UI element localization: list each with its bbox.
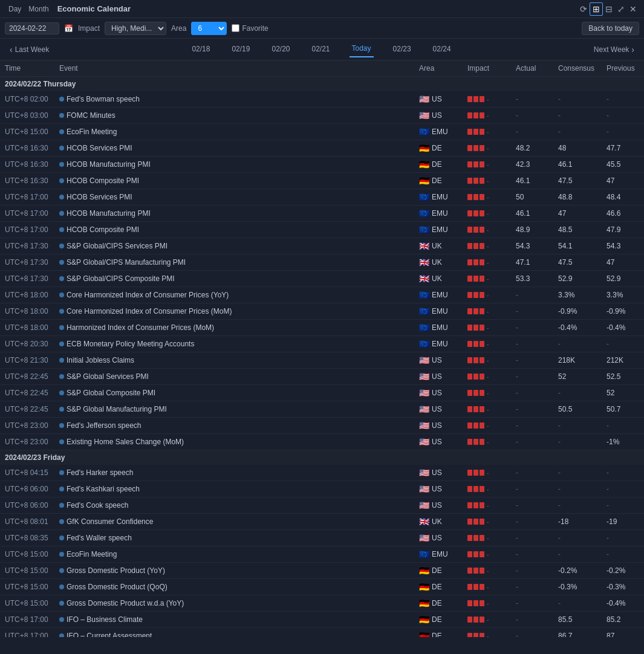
filter-bar: 📅 Impact High, Medi... Area 6 Favorite B… bbox=[0, 18, 644, 39]
td-time: UTC+8 06:00 bbox=[0, 481, 54, 497]
td-consensus: - bbox=[553, 418, 602, 434]
nav-date-today[interactable]: Today bbox=[350, 42, 374, 57]
td-actual: - bbox=[511, 108, 553, 124]
td-time: UTC+8 23:00 bbox=[0, 418, 54, 434]
td-impact: - bbox=[463, 546, 511, 563]
td-actual: - bbox=[511, 579, 553, 595]
td-actual: 46.1 bbox=[511, 206, 553, 222]
nav-date-0220[interactable]: 02/20 bbox=[269, 42, 292, 57]
nav-date-0221[interactable]: 02/21 bbox=[309, 42, 332, 57]
td-event: FOMC Minutes bbox=[54, 108, 414, 124]
layout1-icon[interactable]: ⊞ bbox=[590, 2, 603, 16]
td-previous: 48.4 bbox=[602, 189, 644, 206]
td-time: UTC+8 17:30 bbox=[0, 254, 54, 271]
td-event: S&P Global/CIPS Services PMI bbox=[54, 238, 414, 254]
td-area: 🇺🇸 US bbox=[414, 91, 463, 108]
close-icon[interactable]: ✕ bbox=[627, 3, 639, 15]
td-actual: - bbox=[511, 497, 553, 514]
nav-date-0223[interactable]: 02/23 bbox=[391, 42, 414, 57]
td-actual: - bbox=[511, 91, 553, 108]
td-consensus: 47 bbox=[553, 206, 602, 222]
td-area: 🇩🇪 DE bbox=[414, 579, 463, 595]
td-event: Gross Domestic Product (YoY) bbox=[54, 563, 414, 579]
prev-week-arrow[interactable]: ‹ bbox=[7, 45, 15, 54]
nav-date-0218[interactable]: 02/18 bbox=[189, 42, 212, 57]
td-impact: - bbox=[463, 434, 511, 450]
layout2-icon[interactable]: ⊟ bbox=[603, 3, 615, 15]
td-previous: - bbox=[602, 481, 644, 497]
td-event: S&P Global Composite PMI bbox=[54, 385, 414, 401]
calendar-icon[interactable]: 📅 bbox=[64, 24, 73, 33]
td-time: UTC+8 17:00 bbox=[0, 222, 54, 238]
td-time: UTC+8 08:35 bbox=[0, 530, 54, 546]
td-impact: - bbox=[463, 563, 511, 579]
th-area: Area bbox=[414, 60, 463, 77]
date-input[interactable] bbox=[5, 22, 59, 34]
back-today-button[interactable]: Back to today bbox=[582, 22, 639, 35]
td-area: 🇬🇧 UK bbox=[414, 254, 463, 271]
td-impact: - bbox=[463, 189, 511, 206]
td-time: UTC+8 15:00 bbox=[0, 563, 54, 579]
td-actual: 48.9 bbox=[511, 222, 553, 238]
day-tab[interactable]: Day bbox=[5, 4, 25, 15]
td-time: UTC+8 18:00 bbox=[0, 320, 54, 336]
impact-select[interactable]: High, Medi... bbox=[105, 22, 166, 35]
td-consensus: 50.5 bbox=[553, 401, 602, 418]
td-area: 🇺🇸 US bbox=[414, 481, 463, 497]
favorite-label[interactable]: Favorite bbox=[232, 24, 268, 33]
table-row: UTC+8 18:00 Core Harmonized Index of Con… bbox=[0, 287, 644, 303]
td-event: HCOB Manufacturing PMI bbox=[54, 157, 414, 173]
td-time: UTC+8 16:30 bbox=[0, 157, 54, 173]
area-select[interactable]: 6 bbox=[191, 22, 227, 35]
td-previous: - bbox=[602, 336, 644, 352]
td-previous: -0.3% bbox=[602, 579, 644, 595]
td-time: UTC+8 23:00 bbox=[0, 434, 54, 450]
table-row: UTC+8 16:30 HCOB Composite PMI 🇩🇪 DE - 4… bbox=[0, 173, 644, 189]
nav-date-0224[interactable]: 02/24 bbox=[431, 42, 454, 57]
top-bar: Day Month Economic Calendar ⟳ ⊞ ⊟ ⤢ ✕ bbox=[0, 0, 644, 18]
table-row: UTC+8 20:30 ECB Monetary Policy Meeting … bbox=[0, 336, 644, 352]
th-previous: Previous bbox=[602, 60, 644, 77]
table-row: UTC+8 17:00 IFO – Business Climate 🇩🇪 DE… bbox=[0, 612, 644, 628]
td-time: UTC+8 18:00 bbox=[0, 287, 54, 303]
td-previous: - bbox=[602, 530, 644, 546]
expand-icon[interactable]: ⤢ bbox=[615, 3, 627, 15]
month-tab[interactable]: Month bbox=[25, 4, 52, 15]
td-consensus: 52 bbox=[553, 369, 602, 385]
td-area: 🇩🇪 DE bbox=[414, 595, 463, 612]
td-consensus: 218K bbox=[553, 352, 602, 369]
table-row: UTC+8 02:00 Fed's Bowman speech 🇺🇸 US - … bbox=[0, 91, 644, 108]
td-event: EcoFin Meeting bbox=[54, 124, 414, 140]
td-actual: - bbox=[511, 401, 553, 418]
th-time: Time bbox=[0, 60, 54, 77]
td-area: 🇪🇺 EMU bbox=[414, 206, 463, 222]
table-wrap: Time Event Area Impact Actual Consensus … bbox=[0, 60, 644, 637]
table-row: UTC+8 23:00 Fed's Jefferson speech 🇺🇸 US… bbox=[0, 418, 644, 434]
refresh-icon[interactable]: ⟳ bbox=[577, 3, 590, 15]
td-event: Fed's Harker speech bbox=[54, 465, 414, 481]
favorite-checkbox[interactable] bbox=[232, 24, 239, 32]
td-actual: - bbox=[511, 287, 553, 303]
td-time: UTC+8 15:00 bbox=[0, 579, 54, 595]
table-row: UTC+8 15:00 EcoFin Meeting 🇪🇺 EMU - - bbox=[0, 546, 644, 563]
td-impact: - bbox=[463, 465, 511, 481]
td-area: 🇺🇸 US bbox=[414, 434, 463, 450]
td-time: UTC+8 17:30 bbox=[0, 271, 54, 287]
last-week-label[interactable]: Last Week bbox=[15, 45, 49, 54]
td-consensus: 52.9 bbox=[553, 271, 602, 287]
td-consensus: -18 bbox=[553, 514, 602, 530]
td-previous: -0.9% bbox=[602, 303, 644, 320]
td-impact: - bbox=[463, 271, 511, 287]
td-previous: 47.9 bbox=[602, 222, 644, 238]
td-area: 🇺🇸 US bbox=[414, 352, 463, 369]
td-consensus: - bbox=[553, 595, 602, 612]
next-week-arrow[interactable]: › bbox=[629, 45, 637, 54]
td-actual: 47.1 bbox=[511, 254, 553, 271]
next-week-label[interactable]: Next Week bbox=[594, 45, 629, 54]
td-actual: - bbox=[511, 530, 553, 546]
table-row: UTC+8 04:15 Fed's Harker speech 🇺🇸 US - … bbox=[0, 465, 644, 481]
td-event: GfK Consumer Confidence bbox=[54, 514, 414, 530]
table-row: UTC+8 17:30 S&P Global/CIPS Composite PM… bbox=[0, 271, 644, 287]
nav-date-0219[interactable]: 02/19 bbox=[229, 42, 252, 57]
table-row: UTC+8 03:00 FOMC Minutes 🇺🇸 US - - - bbox=[0, 108, 644, 124]
